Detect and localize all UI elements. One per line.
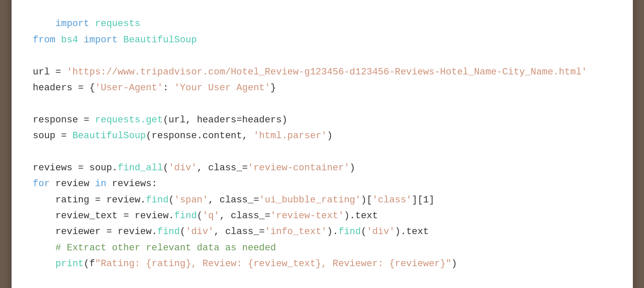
line-from-bs4: from bs4 import BeautifulSoup [33, 35, 197, 45]
line-soup: soup = BeautifulSoup(response.content, '… [33, 131, 333, 141]
line-reviews: reviews = soup.find_all('div', class_='r… [33, 163, 356, 173]
line-import-requests: import requests [55, 18, 140, 29]
code-block: import requests from bs4 import Beautifu… [33, 0, 611, 288]
line-headers: headers = {'User-Agent': 'Your User Agen… [33, 83, 276, 93]
line-reviewer: reviewer = review.find('div', class_='in… [33, 226, 429, 237]
line-print: print(f"Rating: {rating}, Review: {revie… [33, 258, 457, 269]
line-url: url = 'https://www.tripadvisor.com/Hotel… [33, 67, 587, 77]
line-for: for review in reviews: [33, 178, 157, 189]
line-review-text: review_text = review.find('q', class_='r… [33, 211, 378, 221]
line-comment: # Extract other relevant data as needed [33, 243, 276, 253]
line-response: response = requests.get(url, headers=hea… [33, 115, 288, 125]
code-container: import requests from bs4 import Beautifu… [12, 0, 633, 288]
line-rating: rating = review.find('span', class_='ui_… [33, 195, 434, 205]
